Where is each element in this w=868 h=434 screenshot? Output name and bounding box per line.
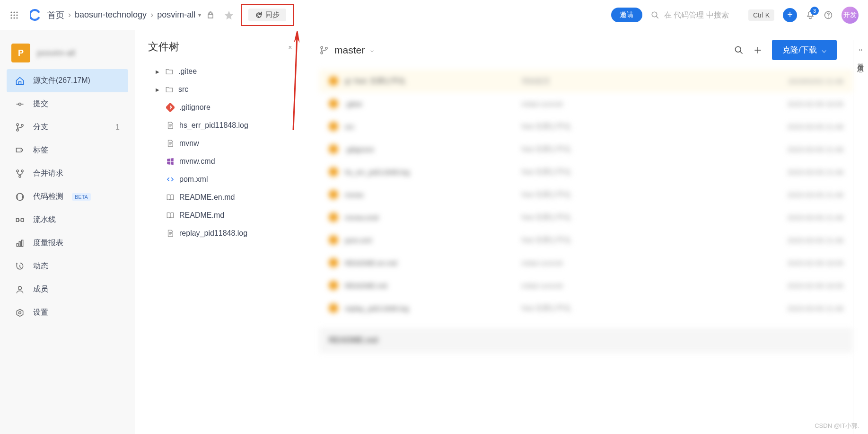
svg-point-8 bbox=[16, 17, 18, 18]
chevron-right-icon: › bbox=[150, 10, 153, 20]
svg-point-7 bbox=[13, 17, 15, 18]
sidebar-item-8[interactable]: 动态 bbox=[7, 255, 128, 278]
branch-selector[interactable]: master ⌵ bbox=[319, 44, 374, 56]
tree-item[interactable]: pom.xml bbox=[148, 170, 300, 188]
sidebar-item-label: 提交 bbox=[33, 99, 48, 109]
file-row[interactable]: mvnw feat 支撑公平化 2023-03-05 21:46 bbox=[319, 183, 853, 206]
apps-grid-icon[interactable] bbox=[9, 10, 19, 20]
file-icon bbox=[166, 121, 175, 130]
sidebar-item-2[interactable]: 分支 1 bbox=[7, 115, 128, 139]
file-row-icon bbox=[329, 235, 338, 245]
file-row[interactable]: README.md initial commit 2023-02-09 16:0… bbox=[319, 274, 853, 297]
commit-date: 2023-02-09 16:05 bbox=[758, 259, 843, 267]
file-icon bbox=[166, 139, 175, 148]
svg-point-45 bbox=[736, 46, 741, 52]
tree-item[interactable]: .gitignore bbox=[148, 98, 300, 116]
sidebar-item-0[interactable]: 源文件(267.17M) bbox=[7, 69, 128, 92]
file-row[interactable]: gi: feat: 支撑公平化 初始提交 2023/02/02 21:46 bbox=[319, 70, 853, 92]
star-icon[interactable] bbox=[224, 10, 234, 20]
sidebar-item-label: 成员 bbox=[33, 284, 48, 294]
expand-rail-button[interactable]: ‹‹ bbox=[859, 46, 863, 53]
tree-item[interactable]: ▶ .gitee bbox=[148, 62, 300, 80]
tree-item[interactable]: ▶ src bbox=[148, 80, 300, 98]
sidebar-item-label: 设置 bbox=[33, 308, 48, 318]
file-row[interactable]: pom.xml feat 支撑公平化 2023-03-05 21:46 bbox=[319, 229, 853, 251]
sidebar-item-10[interactable]: 设置 bbox=[7, 301, 128, 324]
svg-point-12 bbox=[828, 17, 829, 18]
help-button[interactable] bbox=[824, 10, 833, 20]
tree-item-name: hs_err_pid11848.log bbox=[179, 121, 248, 130]
svg-point-27 bbox=[18, 286, 22, 290]
breadcrumb-org[interactable]: baosun-technology bbox=[75, 10, 147, 20]
breadcrumb-repo[interactable]: posvim-all ▾ bbox=[157, 10, 201, 20]
file-row[interactable]: README.en.md initial commit 2023-02-09 1… bbox=[319, 251, 853, 274]
sidebar-item-1[interactable]: 提交 bbox=[7, 92, 128, 115]
readme-header: README.md bbox=[319, 328, 853, 353]
sidebar-item-label: 源文件(267.17M) bbox=[33, 76, 90, 86]
tree-item[interactable]: replay_pid11848.log bbox=[148, 224, 300, 242]
branch-icon bbox=[319, 45, 329, 55]
svg-point-4 bbox=[13, 14, 15, 16]
sidebar-item-5[interactable]: 代码检测 BETA bbox=[7, 185, 128, 208]
refresh-icon bbox=[255, 11, 263, 19]
file-row[interactable]: .gitignore feat 支撑公平化 2023-03-05 21:46 bbox=[319, 138, 853, 160]
sidebar-item-label: 分支 bbox=[33, 122, 48, 132]
tree-item[interactable]: README.md bbox=[148, 206, 300, 224]
sidebar-item-3[interactable]: 标签 bbox=[7, 139, 128, 162]
clone-download-button[interactable]: 克隆/下载 ⌵ bbox=[772, 40, 837, 60]
tree-item[interactable]: README.en.md bbox=[148, 188, 300, 206]
breadcrumb-home[interactable]: 首页 bbox=[47, 9, 64, 21]
svg-point-22 bbox=[19, 175, 21, 177]
win-icon bbox=[166, 157, 175, 166]
file-name: hs_err_pid11848.log bbox=[345, 168, 515, 176]
chevron-down-icon: ▾ bbox=[198, 12, 201, 18]
file-list: gi: feat: 支撑公平化 初始提交 2023/02/02 21:46 .g… bbox=[319, 70, 853, 319]
tree-item[interactable]: mvnw.cmd bbox=[148, 152, 300, 170]
file-row[interactable]: replay_pid11848.log feat 支撑公平化 2023-03-0… bbox=[319, 297, 853, 319]
chevron-down-icon: ⌵ bbox=[822, 45, 826, 55]
svg-rect-25 bbox=[19, 241, 20, 246]
collapse-tree-button[interactable]: ›‹ bbox=[289, 43, 291, 51]
tree-item[interactable]: hs_err_pid11848.log bbox=[148, 116, 300, 134]
commit-msg: feat 支撑公平化 bbox=[522, 168, 752, 177]
file-name: src bbox=[345, 123, 515, 131]
commit-date: 2023/02/02 21:46 bbox=[758, 77, 843, 85]
avatar[interactable]: 开发 bbox=[842, 7, 859, 24]
commit-msg: feat 支撑公平化 bbox=[522, 304, 752, 313]
content: master ⌵ 克隆/下载 ⌵ gi: feat: 支撑公平化 初始提交 20… bbox=[305, 30, 868, 434]
tree-item[interactable]: mvnw bbox=[148, 134, 300, 152]
notifications-button[interactable]: 3 bbox=[806, 10, 815, 20]
file-row[interactable]: hs_err_pid11848.log feat 支撑公平化 2023-03-0… bbox=[319, 160, 853, 183]
sync-button[interactable]: 同步 bbox=[248, 9, 286, 21]
svg-point-1 bbox=[13, 11, 15, 13]
search-box[interactable] bbox=[651, 11, 740, 19]
sidebar-item-9[interactable]: 成员 bbox=[7, 278, 128, 301]
plus-icon[interactable] bbox=[753, 45, 763, 55]
file-name: gi: feat: 支撑公平化 bbox=[345, 77, 515, 86]
folder-icon bbox=[165, 85, 174, 94]
commit-date: 2023-03-05 21:46 bbox=[758, 213, 843, 221]
add-button[interactable]: + bbox=[783, 8, 797, 22]
sidebar-project[interactable]: P posvim-all bbox=[7, 39, 128, 67]
logo-icon[interactable] bbox=[28, 8, 43, 22]
sidebar-item-6[interactable]: 流水线 bbox=[7, 208, 128, 231]
sidebar-item-4[interactable]: 合并请求 bbox=[7, 162, 128, 185]
file-name: pom.xml bbox=[345, 236, 515, 244]
search-icon[interactable] bbox=[734, 45, 744, 55]
file-row-icon bbox=[329, 258, 338, 267]
project-avatar: P bbox=[11, 44, 30, 62]
commit-msg: feat 支撑公平化 bbox=[522, 236, 752, 245]
search-input[interactable] bbox=[664, 11, 740, 19]
file-row[interactable]: mvnw.cmd feat 支撑公平化 2023-03-05 21:46 bbox=[319, 206, 853, 229]
commit-date: 2023-02-09 16:05 bbox=[758, 100, 843, 108]
sidebar-item-label: 合并请求 bbox=[33, 168, 63, 178]
svg-point-3 bbox=[10, 14, 12, 16]
file-row-icon bbox=[329, 190, 338, 199]
svg-point-21 bbox=[21, 170, 23, 172]
shortcut-hint: Ctrl K bbox=[748, 9, 774, 21]
file-row[interactable]: src feat 支撑公平化 2023-03-05 21:46 bbox=[319, 115, 853, 138]
invite-button[interactable]: 邀请 bbox=[611, 8, 642, 22]
sidebar-item-7[interactable]: 度量报表 bbox=[7, 231, 128, 255]
commit-msg: 初始提交 bbox=[522, 77, 752, 86]
file-row[interactable]: .gitee initial commit 2023-02-09 16:05 bbox=[319, 92, 853, 115]
